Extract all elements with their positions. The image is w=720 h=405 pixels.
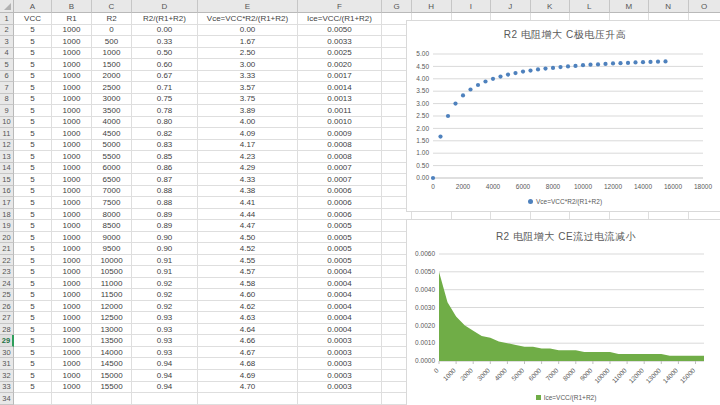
cell[interactable]: 5	[14, 232, 52, 244]
cell[interactable]: 4.55	[198, 255, 298, 267]
cell[interactable]: 12000	[92, 301, 132, 313]
cell[interactable]: 13500	[92, 335, 132, 347]
column-header-E[interactable]: E	[198, 0, 298, 13]
cell[interactable]: 4000	[92, 117, 132, 129]
row-header-34[interactable]: 34	[0, 393, 14, 405]
cell[interactable]: 4.68	[198, 358, 298, 370]
cell[interactable]: 4.09	[198, 128, 298, 140]
cell[interactable]: 0.88	[132, 186, 198, 198]
cell[interactable]: 1000	[92, 48, 132, 60]
cell[interactable]: 3.75	[198, 94, 298, 106]
cell[interactable]: 5	[14, 140, 52, 152]
cell[interactable]: 4.23	[198, 151, 298, 163]
cell[interactable]: 0.0009	[298, 128, 382, 140]
row-header-12[interactable]: 12	[0, 140, 14, 152]
cell[interactable]: 1000	[52, 335, 92, 347]
row-header-14[interactable]: 14	[0, 163, 14, 175]
cell[interactable]: 1000	[52, 220, 92, 232]
cell[interactable]: 4.57	[198, 266, 298, 278]
row-header-21[interactable]: 21	[0, 243, 14, 255]
cell[interactable]: 0.0003	[298, 382, 382, 394]
cell[interactable]: 0.0007	[298, 163, 382, 175]
row-header-18[interactable]: 18	[0, 209, 14, 221]
row-header-30[interactable]: 30	[0, 347, 14, 359]
cell[interactable]: 0.89	[132, 220, 198, 232]
cell[interactable]: 0.0006	[298, 186, 382, 198]
cell[interactable]: 8500	[92, 220, 132, 232]
cell[interactable]: 5	[14, 94, 52, 106]
cell[interactable]: 0.93	[132, 324, 198, 336]
cell[interactable]: 5	[14, 243, 52, 255]
cell[interactable]	[298, 393, 382, 405]
cell[interactable]: 0.0003	[298, 335, 382, 347]
select-all-button[interactable]	[0, 0, 14, 13]
cell[interactable]: 1000	[52, 140, 92, 152]
cell[interactable]: 5	[14, 278, 52, 290]
cell[interactable]: 0.90	[132, 243, 198, 255]
cell[interactable]: 4.69	[198, 370, 298, 382]
cell[interactable]: 5	[14, 48, 52, 60]
cell[interactable]: 0.0005	[298, 243, 382, 255]
row-header-13[interactable]: 13	[0, 151, 14, 163]
cell[interactable]: 0.0005	[298, 255, 382, 267]
cell[interactable]: 0.86	[132, 163, 198, 175]
cell[interactable]: 0.0013	[298, 94, 382, 106]
cell[interactable]: 5	[14, 301, 52, 313]
cell[interactable]: 4500	[92, 128, 132, 140]
cell[interactable]: 5	[14, 312, 52, 324]
cell[interactable]: 15000	[92, 370, 132, 382]
cell[interactable]: 5	[14, 59, 52, 71]
cell[interactable]: 1000	[52, 94, 92, 106]
cell[interactable]: 0.0004	[298, 289, 382, 301]
cell[interactable]: 2500	[92, 82, 132, 94]
row-header-32[interactable]: 32	[0, 370, 14, 382]
cell[interactable]: 1000	[52, 36, 92, 48]
cell[interactable]: 4.52	[198, 243, 298, 255]
cell[interactable]: 1000	[52, 301, 92, 313]
row-header-4[interactable]: 4	[0, 48, 14, 60]
cell[interactable]: 5	[14, 347, 52, 359]
row-header-7[interactable]: 7	[0, 82, 14, 94]
cell[interactable]: 1000	[52, 324, 92, 336]
cell[interactable]: 1000	[52, 71, 92, 83]
cell[interactable]: 4.00	[198, 117, 298, 129]
column-header-G[interactable]: G	[382, 0, 412, 13]
cell[interactable]: 0.0007	[298, 174, 382, 186]
ice-area-chart[interactable]: R2 电阻增大 CE流过电流减小 0.00000.00100.00200.003…	[406, 219, 720, 405]
cell[interactable]: 4.58	[198, 278, 298, 290]
cell[interactable]: 3.89	[198, 105, 298, 117]
cell[interactable]: 6000	[92, 163, 132, 175]
cell[interactable]: 4.64	[198, 324, 298, 336]
cell[interactable]: 5	[14, 117, 52, 129]
cell[interactable]: 0.93	[132, 312, 198, 324]
cell[interactable]: 0.89	[132, 209, 198, 221]
cell[interactable]: 0.67	[132, 71, 198, 83]
cell[interactable]: 0.0017	[298, 71, 382, 83]
cell[interactable]: 10000	[92, 255, 132, 267]
cell[interactable]: 4.67	[198, 347, 298, 359]
row-header-8[interactable]: 8	[0, 94, 14, 106]
cell[interactable]: Ice=VCC/(R1+R2)	[298, 13, 382, 25]
row-header-17[interactable]: 17	[0, 197, 14, 209]
cell[interactable]: 1000	[52, 370, 92, 382]
row-header-22[interactable]: 22	[0, 255, 14, 267]
column-header-F[interactable]: F	[298, 0, 382, 13]
cell[interactable]: 4.47	[198, 220, 298, 232]
cell[interactable]: VCC	[14, 13, 52, 25]
cell[interactable]: 5000	[92, 140, 132, 152]
cell[interactable]: 5	[14, 186, 52, 198]
row-header-25[interactable]: 25	[0, 289, 14, 301]
cell[interactable]: 0.91	[132, 266, 198, 278]
cell[interactable]: 1000	[52, 174, 92, 186]
cell[interactable]: 4.62	[198, 301, 298, 313]
cell[interactable]: 0.0003	[298, 370, 382, 382]
cell[interactable]: R2	[92, 13, 132, 25]
cell[interactable]: 0.0004	[298, 324, 382, 336]
cell[interactable]: 0.0004	[298, 312, 382, 324]
row-header-16[interactable]: 16	[0, 186, 14, 198]
cell[interactable]: 5	[14, 174, 52, 186]
cell[interactable]: 0.0005	[298, 220, 382, 232]
row-header-15[interactable]: 15	[0, 174, 14, 186]
row-header-28[interactable]: 28	[0, 324, 14, 336]
cell[interactable]: 5500	[92, 151, 132, 163]
